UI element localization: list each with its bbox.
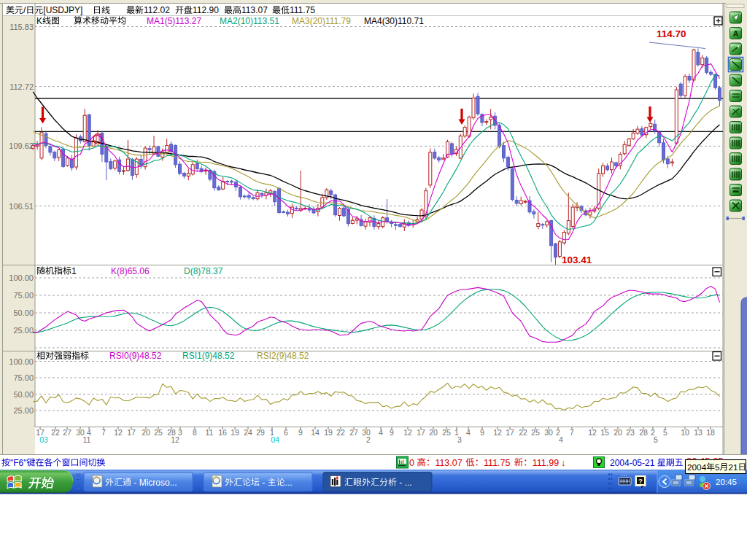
svg-text:25: 25 xyxy=(154,428,163,437)
svg-text:12: 12 xyxy=(588,428,597,437)
svg-text:6: 6 xyxy=(284,428,288,437)
svg-text:25: 25 xyxy=(442,428,451,437)
svg-text:23: 23 xyxy=(626,428,635,437)
svg-text:9: 9 xyxy=(298,428,303,437)
svg-text:8: 8 xyxy=(193,428,197,437)
svg-text:11: 11 xyxy=(83,435,91,444)
svg-text:112.72: 112.72 xyxy=(9,82,34,91)
svg-text:RSI1(9)48.52: RSI1(9)48.52 xyxy=(182,351,235,361)
svg-text:115.83: 115.83 xyxy=(9,23,34,31)
svg-text:[USDJPY]: [USDJPY] xyxy=(43,5,82,15)
svg-text:4: 4 xyxy=(559,435,563,444)
svg-text:113.07: 113.07 xyxy=(435,458,465,468)
svg-text:50.00: 50.00 xyxy=(13,308,34,317)
svg-text:30: 30 xyxy=(544,428,553,437)
svg-text:112.90: 112.90 xyxy=(193,5,219,15)
svg-text:103.41: 103.41 xyxy=(562,254,592,265)
svg-text:4: 4 xyxy=(379,428,383,437)
svg-text:100.00: 100.00 xyxy=(9,357,34,366)
svg-text:109.62: 109.62 xyxy=(9,141,34,150)
svg-text:22: 22 xyxy=(51,428,60,437)
svg-text:27: 27 xyxy=(63,428,71,437)
svg-text:19: 19 xyxy=(231,428,239,437)
svg-text:12: 12 xyxy=(493,428,502,437)
svg-text:-: - xyxy=(260,478,268,488)
svg-text:7: 7 xyxy=(101,428,106,437)
svg-text:27: 27 xyxy=(349,428,358,437)
svg-text:114.70: 114.70 xyxy=(657,28,686,39)
svg-text:22: 22 xyxy=(336,428,345,437)
svg-text:2004: 2004 xyxy=(687,462,707,472)
svg-text:RSI2(9)48.52: RSI2(9)48.52 xyxy=(257,351,309,361)
svg-text:3: 3 xyxy=(457,435,462,444)
svg-text:↓: ↓ xyxy=(561,458,565,468)
svg-text:25: 25 xyxy=(531,428,540,437)
svg-text:12: 12 xyxy=(114,428,123,437)
svg-text:13: 13 xyxy=(694,428,703,437)
svg-text:11: 11 xyxy=(206,428,214,437)
svg-text:1: 1 xyxy=(71,266,77,276)
svg-text:17: 17 xyxy=(506,428,514,437)
svg-text:111.99: 111.99 xyxy=(533,458,559,468)
svg-text:K(8)65.06: K(8)65.06 xyxy=(111,266,150,276)
svg-text:106.51: 106.51 xyxy=(9,202,34,211)
svg-text:9: 9 xyxy=(480,428,484,437)
svg-text:75.00: 75.00 xyxy=(13,291,34,300)
svg-text:12: 12 xyxy=(171,435,179,444)
svg-text:50.00: 50.00 xyxy=(13,390,34,399)
svg-text:113.07: 113.07 xyxy=(241,5,268,15)
svg-text:20:45: 20:45 xyxy=(716,478,737,486)
svg-text:?: ? xyxy=(638,478,643,485)
svg-text:24: 24 xyxy=(244,428,252,437)
svg-text:9: 9 xyxy=(390,428,394,437)
svg-text:5: 5 xyxy=(663,428,667,437)
svg-text:25.00: 25.00 xyxy=(13,326,34,335)
svg-text:RSI0(9)48.52: RSI0(9)48.52 xyxy=(109,351,162,361)
svg-text:D(8)78.37: D(8)78.37 xyxy=(184,266,223,276)
svg-text:100.00: 100.00 xyxy=(9,273,34,282)
svg-text:03: 03 xyxy=(39,435,48,444)
svg-text:111.75: 111.75 xyxy=(290,5,315,15)
svg-text:22: 22 xyxy=(519,428,527,437)
svg-text:...: ... xyxy=(285,478,293,488)
svg-text:5: 5 xyxy=(654,435,658,444)
svg-text:0: 0 xyxy=(409,458,417,468)
svg-text:5: 5 xyxy=(715,462,720,472)
svg-text:12: 12 xyxy=(403,428,412,437)
svg-text:14: 14 xyxy=(311,428,320,437)
svg-text:20: 20 xyxy=(429,428,438,437)
svg-text:- ...: - ... xyxy=(397,478,412,488)
svg-text:MA2(10)113.51: MA2(10)113.51 xyxy=(220,16,279,26)
svg-text:2: 2 xyxy=(366,435,371,444)
svg-text:16: 16 xyxy=(218,428,227,437)
svg-text:19: 19 xyxy=(324,428,333,437)
svg-text:112.02: 112.02 xyxy=(144,5,170,15)
svg-text:MA4(30)110.71: MA4(30)110.71 xyxy=(364,16,424,26)
svg-text:111.75: 111.75 xyxy=(484,458,513,468)
svg-text:75.00: 75.00 xyxy=(13,373,34,382)
svg-text:18: 18 xyxy=(706,428,715,437)
svg-text:04: 04 xyxy=(271,435,279,444)
svg-text:4: 4 xyxy=(466,428,471,437)
svg-text:K: K xyxy=(36,16,42,26)
svg-text:7: 7 xyxy=(570,428,574,437)
svg-text:A: A xyxy=(733,29,739,38)
svg-text:15: 15 xyxy=(600,428,609,437)
svg-text:20: 20 xyxy=(614,428,622,437)
svg-text:- Microso...: - Microso... xyxy=(131,478,177,488)
svg-text:MA3(20)111.79: MA3(20)111.79 xyxy=(292,16,351,26)
svg-text:2004-05-21: 2004-05-21 xyxy=(610,458,657,468)
svg-text:10: 10 xyxy=(681,428,689,437)
svg-text:25.00: 25.00 xyxy=(13,406,34,415)
svg-text:17: 17 xyxy=(417,428,425,437)
svg-text:20: 20 xyxy=(142,428,150,437)
svg-text:17: 17 xyxy=(127,428,136,437)
svg-text:"F6": "F6" xyxy=(10,458,27,468)
svg-text:29: 29 xyxy=(256,428,265,437)
svg-text:28: 28 xyxy=(639,428,648,437)
svg-text:21: 21 xyxy=(728,462,738,472)
svg-text:MA1(5)113.27: MA1(5)113.27 xyxy=(147,16,201,26)
